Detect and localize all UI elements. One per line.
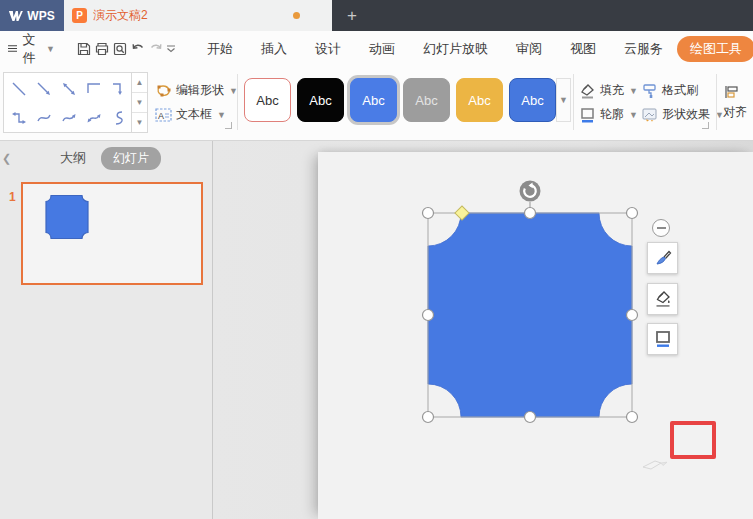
chevron-down-icon: ▼ (629, 110, 638, 120)
outline-icon (579, 107, 596, 123)
tab-home[interactable]: 开始 (193, 31, 247, 66)
handle-bottom-right (627, 412, 638, 423)
shape-effects-icon (641, 107, 658, 123)
svg-text:A: A (158, 110, 164, 120)
style-preset-3-selected[interactable]: Abc (350, 78, 397, 122)
text-box-button[interactable]: A 文本框 ▼ (155, 106, 238, 123)
edit-shape-button[interactable]: 编辑形状 ▼ (155, 82, 238, 99)
wps-brand[interactable]: WPS (0, 0, 64, 31)
presets-more-button[interactable]: ▼ (556, 78, 571, 122)
file-menu-label: 文件 (22, 31, 40, 67)
text-box-label: 文本框 (176, 106, 212, 123)
tab-cloud[interactable]: 云服务 (610, 31, 677, 66)
brush-icon (653, 248, 673, 268)
shape-elbow-double-arrow[interactable] (6, 103, 31, 132)
gallery-scroll-up-button[interactable]: ▲ (132, 73, 147, 93)
rotate-handle-icon[interactable] (520, 181, 541, 202)
tab-drawing-tools[interactable]: 绘图工具 (677, 36, 753, 62)
outline-button[interactable]: 轮廓 ▼ (579, 106, 638, 123)
ribbon-tabs: 开始 插入 设计 动画 幻灯片放映 审阅 视图 云服务 (193, 31, 677, 66)
align-icon (723, 84, 740, 100)
faint-cursor-icon (641, 453, 675, 473)
format-painter-icon (641, 83, 658, 99)
print-preview-button[interactable] (112, 38, 128, 60)
tab-design[interactable]: 设计 (301, 31, 355, 66)
dialog-launcher-icon[interactable] (225, 122, 232, 129)
dialog-launcher-icon[interactable] (702, 122, 709, 129)
tab-slides-active[interactable]: 幻灯片 (101, 147, 161, 170)
handle-top-right (627, 208, 638, 219)
tab-view[interactable]: 视图 (556, 31, 610, 66)
save-button[interactable] (76, 38, 92, 60)
border-style-icon (653, 329, 673, 349)
shape-freeform-s[interactable] (107, 103, 132, 132)
shape-gallery: ▲ ▼ ▼ (3, 72, 148, 133)
fill-button[interactable]: 填充 ▼ (579, 82, 638, 99)
gallery-scroll-down-button[interactable]: ▼ (132, 93, 147, 113)
chevron-down-icon: ▼ (46, 44, 55, 54)
divider (573, 74, 574, 130)
file-menu-button[interactable]: 文件 ▼ (8, 31, 55, 67)
gallery-more-button[interactable]: ▼ (132, 113, 147, 132)
align-label: 对齐 (723, 104, 747, 121)
tab-review[interactable]: 审阅 (502, 31, 556, 66)
chevron-down-icon: ▼ (217, 110, 226, 120)
collapse-quickbar-button[interactable] (652, 219, 670, 237)
toolbar-more-button[interactable] (166, 38, 176, 60)
editing-canvas[interactable] (213, 141, 753, 519)
shape-double-arrow[interactable] (56, 74, 81, 103)
style-preset-4[interactable]: Abc (403, 78, 450, 122)
shape-curve-connector[interactable] (31, 103, 56, 132)
print-button[interactable] (94, 38, 110, 60)
slide-thumbnail[interactable] (21, 182, 203, 285)
style-preset-6[interactable]: Abc (509, 78, 556, 122)
chevron-down-icon: ▼ (629, 86, 638, 96)
handle-bottom-left (423, 412, 434, 423)
align-button[interactable] (723, 84, 753, 100)
minus-icon (657, 227, 666, 229)
edit-shape-icon (155, 83, 172, 98)
style-preset-5[interactable]: Abc (456, 78, 503, 122)
style-presets: Abc Abc Abc Abc Abc Abc (244, 78, 556, 122)
divider (716, 74, 717, 130)
document-tab[interactable]: P 演示文稿2 (64, 0, 332, 31)
fill-bucket-icon (653, 289, 673, 309)
shape-effects-button[interactable]: 形状效果 ▼ (641, 106, 724, 123)
quick-style-brush-button[interactable] (647, 242, 678, 274)
style-preset-2[interactable]: Abc (297, 78, 344, 122)
shape-gallery-grid (6, 74, 132, 132)
shape-toolbar: ▲ ▼ ▼ 编辑形状 ▼ A 文本框 ▼ Abc Abc Abc Abc Abc… (0, 66, 753, 141)
new-tab-button[interactable]: + (332, 0, 372, 31)
handle-top-left (423, 208, 434, 219)
redo-button[interactable] (148, 38, 164, 60)
shape-line[interactable] (6, 74, 31, 103)
handle-bottom (525, 412, 536, 423)
handle-left (423, 310, 434, 321)
titlebar: WPS P 演示文稿2 + (0, 0, 753, 31)
quick-fill-button[interactable] (647, 283, 678, 315)
undo-button[interactable] (130, 38, 146, 60)
tab-animation[interactable]: 动画 (355, 31, 409, 66)
collapse-panel-icon[interactable]: ❮ (2, 152, 11, 165)
shape-curve-arrow[interactable] (56, 103, 81, 132)
shape-elbow-arrow[interactable] (107, 74, 132, 103)
style-preset-1[interactable]: Abc (244, 78, 291, 122)
tab-insert[interactable]: 插入 (247, 31, 301, 66)
shape-arrow[interactable] (31, 74, 56, 103)
shape-curve-double-arrow[interactable] (82, 103, 107, 132)
highlight-annotation (670, 421, 716, 459)
hamburger-icon (8, 43, 17, 54)
plaque-shape[interactable] (428, 213, 632, 417)
divider (237, 74, 238, 130)
shape-elbow-connector[interactable] (82, 74, 107, 103)
quick-outline-button[interactable] (647, 323, 678, 355)
brand-label: WPS (27, 9, 54, 23)
tab-slideshow[interactable]: 幻灯片放映 (409, 31, 502, 66)
edit-shape-label: 编辑形状 (176, 82, 224, 99)
shape-effects-label: 形状效果 (662, 106, 710, 123)
slide-number: 1 (9, 190, 16, 204)
format-painter-button[interactable]: 格式刷 (641, 82, 724, 99)
fill-outline-group: 填充 ▼ 轮廓 ▼ (579, 72, 638, 133)
tab-outline[interactable]: 大纲 (60, 149, 86, 167)
handle-right (627, 310, 638, 321)
